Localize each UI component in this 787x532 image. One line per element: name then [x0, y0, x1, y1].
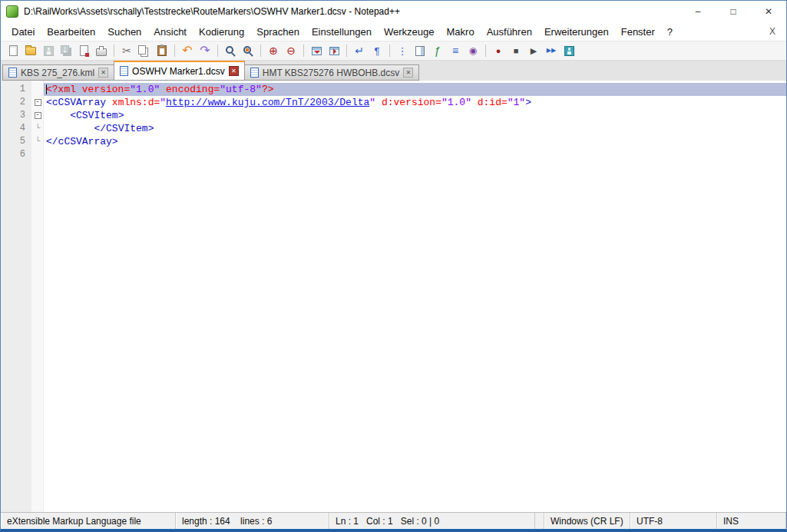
indent-guide-glyph: ⋮ [398, 46, 408, 56]
copy-icon[interactable] [136, 42, 153, 59]
tab-oswhv-marker1-dcsv[interactable]: OSWHV Marker1.dcsv✕ [114, 61, 245, 81]
sync-horizontal-scroll-glyph [329, 47, 339, 55]
open-file-glyph [25, 47, 36, 55]
document-map-icon[interactable] [412, 42, 428, 59]
fold-margin[interactable]: └ [31, 122, 44, 135]
sync-vertical-scroll-glyph [312, 47, 322, 55]
editor[interactable]: 1<?xml version="1.0" encoding="utf-8"?>2… [1, 81, 786, 512]
zoom-out-icon[interactable]: ⊖ [283, 42, 299, 59]
menu-bar: DateiBearbeitenSuchenAnsichtKodierungSpr… [1, 22, 786, 41]
menu-erweiterungen[interactable]: Erweiterungen [538, 24, 615, 40]
editor-line-4[interactable]: 4└ </CSVItem> [1, 122, 786, 135]
macro-playback-icon[interactable]: ▶ [525, 42, 542, 59]
sync-horizontal-scroll-icon[interactable] [326, 42, 342, 59]
tab-kbs-275-276-kml[interactable]: KBS 275_276.kml✕ [2, 64, 114, 81]
menu-kodierung[interactable]: Kodierung [193, 24, 250, 40]
editor-line-5[interactable]: 5└</cCSVArray> [1, 135, 786, 148]
tab-close-icon[interactable]: ✕ [98, 68, 108, 78]
editor-line-3[interactable]: 3- <CSVItem> [1, 109, 786, 122]
show-all-characters-icon[interactable]: ¶ [369, 42, 385, 59]
code-text[interactable] [44, 148, 786, 161]
tab-close-icon[interactable]: ✕ [403, 68, 413, 78]
file-monitoring-icon[interactable]: ◉ [465, 42, 481, 59]
macro-start-recording-icon[interactable]: ● [490, 42, 507, 59]
fold-collapse-icon[interactable]: - [35, 112, 41, 119]
paste-glyph [157, 45, 167, 56]
editor-line-1[interactable]: 1<?xml version="1.0" encoding="utf-8"?> [1, 83, 786, 96]
save-all-icon[interactable] [58, 42, 74, 59]
menu-werkzeuge[interactable]: Werkzeuge [378, 24, 441, 40]
macro-save-icon[interactable] [560, 42, 577, 59]
code-text[interactable]: </CSVItem> [44, 122, 786, 135]
menu-datei[interactable]: Datei [5, 24, 41, 40]
status-bar: eXtensible Markup Language file length :… [1, 512, 786, 529]
menu-[interactable]: ? [661, 24, 679, 40]
zoom-out-glyph: ⊖ [286, 45, 296, 56]
indent-guide-icon[interactable]: ⋮ [394, 42, 411, 59]
menu-makro[interactable]: Makro [441, 24, 481, 40]
editor-line-6[interactable]: 6 [1, 148, 786, 161]
function-list-icon[interactable]: ƒ [429, 42, 446, 59]
menu-ansicht[interactable]: Ansicht [147, 24, 193, 40]
redo-icon[interactable]: ↷ [197, 42, 213, 59]
menu-ausf-hren[interactable]: Ausführen [481, 24, 538, 40]
paste-icon[interactable] [154, 42, 170, 59]
macro-stop-recording-glyph: ■ [514, 47, 519, 55]
toolbar-separator [389, 45, 390, 57]
fold-margin[interactable]: - [31, 96, 44, 109]
code-text[interactable]: <cCSVArray xmlns:d="http://www.kuju.com/… [44, 96, 786, 109]
document-icon [120, 66, 128, 76]
code-text[interactable]: <CSVItem> [44, 109, 786, 122]
title-bar[interactable]: D:\RailWorks\Assets\rschally\Teststrecke… [1, 1, 786, 22]
open-file-icon[interactable] [22, 42, 39, 59]
line-number: 4 [1, 122, 31, 135]
find-icon[interactable] [222, 42, 239, 59]
close-file-icon[interactable] [75, 42, 92, 59]
editor-line-2[interactable]: 2-<cCSVArray xmlns:d="http://www.kuju.co… [1, 96, 786, 109]
tab-close-icon[interactable]: ✕ [229, 66, 239, 76]
code-text[interactable]: <?xml version="1.0" encoding="utf-8"?> [44, 83, 786, 96]
menu-sprachen[interactable]: Sprachen [250, 24, 306, 40]
toolbar-separator [260, 45, 261, 57]
undo-icon[interactable]: ↶ [179, 42, 196, 59]
status-cursor-position: Ln : 1 Col : 1 Sel : 0 | 0 [329, 513, 535, 529]
zoom-in-icon[interactable]: ⊕ [265, 42, 282, 59]
new-file-icon[interactable] [5, 42, 21, 59]
fold-end-marker: └ [35, 124, 41, 133]
word-wrap-icon[interactable]: ↵ [351, 42, 368, 59]
sync-vertical-scroll-icon[interactable] [308, 42, 325, 59]
file-monitoring-glyph: ◉ [469, 46, 477, 55]
fold-margin[interactable]: └ [31, 135, 44, 148]
menu-bearbeiten[interactable]: Bearbeiten [41, 24, 101, 40]
document-list-icon[interactable]: ≡ [447, 42, 464, 59]
close-button[interactable]: ✕ [751, 1, 786, 22]
menu-close-document-button[interactable]: X [759, 26, 786, 37]
status-doc-type: eXtensible Markup Language file [1, 513, 176, 529]
cut-icon[interactable]: ✂ [118, 42, 135, 59]
macro-run-multiple-icon[interactable]: ▶▶ [543, 42, 560, 59]
menu-einstellungen[interactable]: Einstellungen [306, 24, 378, 40]
print-icon[interactable] [93, 42, 110, 59]
code-text[interactable]: </cCSVArray> [44, 135, 786, 148]
menu-fenster[interactable]: Fenster [615, 24, 661, 40]
zoom-in-glyph: ⊕ [269, 45, 278, 56]
fold-margin [31, 83, 44, 96]
toolbar-separator [346, 45, 347, 57]
status-length-lines: length : 164 lines : 6 [176, 513, 329, 529]
tab-hmt-kbs275276-hwbohb-dcsv[interactable]: HMT KBS275276 HWBOHB.dcsv✕ [244, 64, 420, 81]
tab-label: KBS 275_276.kml [21, 68, 94, 78]
fold-collapse-icon[interactable]: - [35, 99, 41, 106]
document-icon [8, 68, 17, 78]
minimize-button[interactable]: – [680, 1, 716, 22]
maximize-button[interactable]: □ [716, 1, 751, 22]
macro-run-multiple-glyph: ▶▶ [547, 48, 556, 54]
fold-margin[interactable]: - [31, 109, 44, 122]
notepad-plus-plus-icon [6, 5, 18, 18]
editor-lines: 1<?xml version="1.0" encoding="utf-8"?>2… [1, 81, 786, 161]
menu-suchen[interactable]: Suchen [101, 24, 147, 40]
replace-icon[interactable] [240, 42, 256, 59]
save-icon[interactable] [40, 42, 57, 59]
status-filler [535, 513, 544, 529]
status-insert-mode: INS [717, 513, 786, 529]
macro-stop-recording-icon[interactable]: ■ [508, 42, 524, 59]
